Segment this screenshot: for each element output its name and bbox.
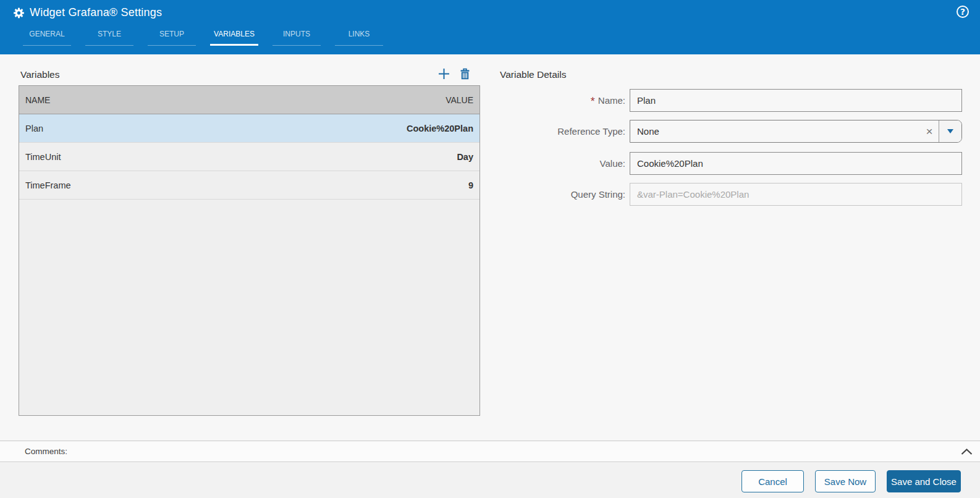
dialog-title: Widget Grafana® Settings <box>30 6 162 19</box>
tab-inputs[interactable]: INPUTS <box>272 30 321 46</box>
help-icon[interactable]: ? <box>957 6 969 18</box>
chevron-up-icon[interactable] <box>961 449 973 455</box>
caret-down-icon <box>947 129 953 133</box>
dialog-header: Widget Grafana® Settings ? GENERAL STYLE… <box>0 0 980 54</box>
add-variable-icon[interactable] <box>438 68 450 80</box>
row-name: Plan <box>25 124 43 133</box>
row-name: TimeFrame <box>25 180 71 190</box>
clear-icon[interactable]: × <box>920 120 939 142</box>
name-label: *Name: <box>433 89 625 112</box>
save-and-close-button[interactable]: Save and Close <box>887 470 961 492</box>
row-name: TimeUnit <box>25 152 61 162</box>
tab-variables[interactable]: VARIABLES <box>210 30 258 46</box>
tab-links[interactable]: LINKS <box>335 30 383 46</box>
value-field[interactable] <box>630 152 962 175</box>
comments-label: Comments: <box>25 441 67 462</box>
variables-table: NAME VALUE Plan Cookie%20Plan TimeUnit D… <box>19 85 480 416</box>
cancel-button[interactable]: Cancel <box>741 470 804 492</box>
reference-type-field[interactable] <box>630 120 920 142</box>
value-label: Value: <box>433 152 625 175</box>
tab-bar: GENERAL STYLE SETUP VARIABLES INPUTS LIN… <box>23 30 397 46</box>
reference-type-combobox: × <box>630 120 962 143</box>
variables-table-header: NAME VALUE <box>19 86 479 114</box>
variables-heading: Variables <box>20 69 59 80</box>
details-heading: Variable Details <box>500 69 566 80</box>
column-header-name: NAME <box>25 95 50 105</box>
table-row-timeunit[interactable]: TimeUnit Day <box>19 143 479 171</box>
save-now-button[interactable]: Save Now <box>815 470 876 492</box>
table-row-plan[interactable]: Plan Cookie%20Plan <box>19 114 479 143</box>
tab-setup[interactable]: SETUP <box>148 30 196 46</box>
delete-variable-icon[interactable] <box>460 68 470 80</box>
query-string-field <box>630 183 962 206</box>
name-field[interactable] <box>630 89 962 112</box>
comments-bar: Comments: <box>0 441 980 462</box>
query-string-label: Query String: <box>433 183 625 206</box>
tab-general[interactable]: GENERAL <box>23 30 71 46</box>
reference-type-label: Reference Type: <box>433 120 625 143</box>
required-marker: * <box>591 95 595 108</box>
footer: Cancel Save Now Save and Close <box>0 463 980 498</box>
dropdown-button[interactable] <box>939 120 961 142</box>
gear-icon <box>14 7 24 19</box>
tab-style[interactable]: STYLE <box>85 30 133 46</box>
table-row-timeframe[interactable]: TimeFrame 9 <box>19 171 479 200</box>
